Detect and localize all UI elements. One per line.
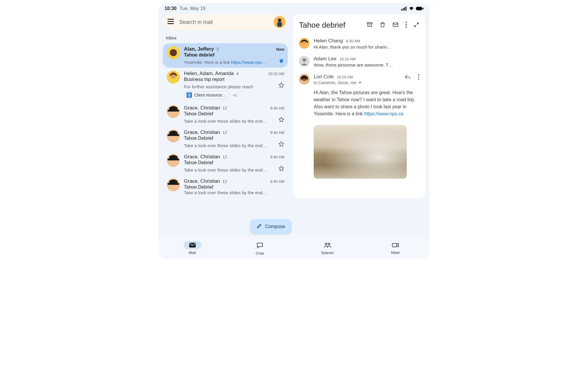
expand-icon[interactable]	[413, 22, 419, 29]
thread-subject: Tahoe Debrief	[184, 185, 284, 190]
chevron-down-icon[interactable]	[358, 80, 362, 85]
thread-item[interactable]: Grace, Christian 12 9:40 AM Tahoe Debrie…	[163, 102, 288, 127]
star-icon[interactable]	[278, 82, 284, 89]
nav-label: Meet	[391, 250, 400, 255]
sender-avatar	[167, 129, 180, 142]
thread-item[interactable]: Grace, Christian 12 9:40 AM Tahoe Debrie…	[163, 175, 288, 198]
sender-avatar	[167, 71, 180, 84]
thread-snippet: For further assistance please reach	[184, 84, 277, 89]
account-avatar[interactable]	[274, 16, 285, 28]
reply-icon[interactable]	[404, 74, 411, 82]
message-expanded: Lori Cole 10:20 AM to Cameron, Jesse, me	[299, 74, 419, 179]
compose-label: Compose	[265, 224, 285, 229]
nav-chat[interactable]: Chat	[251, 241, 269, 255]
svg-rect-7	[167, 21, 174, 22]
mail-icon	[184, 241, 201, 249]
star-icon[interactable]	[278, 117, 284, 124]
body-link[interactable]: https://www.nps.ca	[364, 111, 403, 116]
svg-rect-6	[167, 19, 174, 20]
svg-rect-8	[167, 23, 174, 24]
thread-snippet: Take a look over these slides by the end…	[184, 143, 277, 148]
more-icon[interactable]	[405, 21, 407, 29]
svg-rect-2	[404, 7, 405, 11]
thread-time: Now	[276, 47, 284, 52]
menu-icon[interactable]	[167, 19, 174, 25]
thread-time: 9:40 AM	[270, 179, 284, 184]
mail-list-pane: Search in mail Inbox Alan, Jeffery 3 Now	[163, 14, 288, 198]
message-snippet: Wow, these picturese are awesome. T…	[314, 62, 419, 67]
archive-icon[interactable]	[366, 21, 373, 29]
chat-icon	[251, 241, 269, 250]
more-icon[interactable]	[418, 74, 419, 81]
svg-rect-4	[416, 7, 422, 10]
sender-avatar	[167, 105, 180, 118]
thread-snippet: Take a look over these slides by the end…	[184, 190, 284, 195]
spaces-icon	[318, 241, 337, 249]
doc-icon	[187, 92, 192, 98]
thread-item[interactable]: Grace, Christian 12 9:40 AM Tahoe Debrie…	[163, 127, 288, 151]
delete-icon[interactable]	[379, 21, 386, 29]
thread-item[interactable]: Helen, Adam, Amanda 4 10:32 AM Business …	[163, 68, 288, 102]
message-time: 9:30 AM	[346, 39, 360, 43]
star-icon[interactable]	[278, 58, 284, 65]
chip-label: Client resource…	[194, 93, 226, 97]
svg-rect-11	[277, 22, 282, 27]
thread-count: 12	[222, 106, 227, 110]
thread-snippet: Yosemite. Here is a link https://www.nps…	[184, 60, 277, 65]
svg-rect-3	[406, 6, 406, 11]
attachment-more[interactable]: +1	[233, 93, 237, 97]
nav-label: Chat	[256, 251, 264, 255]
thread-time: 10:32 AM	[268, 72, 284, 76]
message-collapsed[interactable]: Adam Lee 10:10 AM Wow, these picturese a…	[299, 56, 419, 67]
thread-senders: Grace, Christian	[184, 129, 220, 135]
thread-snippet: Take a look over these slides by the end…	[184, 167, 277, 172]
svg-rect-1	[403, 8, 403, 11]
svg-point-27	[418, 79, 419, 80]
compose-button[interactable]: Compose	[250, 219, 292, 234]
thread-count: 12	[222, 179, 227, 184]
nav-meet[interactable]: Meet	[386, 241, 405, 255]
star-icon[interactable]	[278, 165, 284, 172]
inbox-label: Inbox	[163, 30, 288, 43]
message-sender: Adam Lee	[314, 56, 337, 62]
status-bar: 10:30 Tue, May 19	[159, 3, 429, 14]
star-icon[interactable]	[278, 141, 284, 148]
svg-point-25	[418, 74, 419, 76]
thread-subject: Tahoe debrief	[184, 52, 284, 58]
message-collapsed[interactable]: Helen Chang 9:30 AM Hi Alan, thank you s…	[299, 38, 419, 49]
thread-senders: Grace, Christian	[184, 178, 220, 184]
sender-avatar	[299, 56, 310, 67]
search-bar[interactable]: Search in mail	[163, 14, 288, 30]
thread-count: 12	[222, 155, 227, 159]
pencil-icon	[256, 223, 262, 230]
svg-point-29	[325, 243, 327, 245]
sender-avatar	[167, 178, 180, 191]
svg-rect-5	[423, 8, 423, 9]
message-sender: Helen Chang	[314, 38, 343, 44]
thread-senders: Alan, Jeffery	[184, 46, 214, 52]
attachment-image[interactable]	[314, 125, 407, 179]
thread-item[interactable]: Grace, Christian 12 9:40 AM Tahoe Debrie…	[163, 151, 288, 175]
status-time: 10:30	[165, 6, 177, 11]
thread-time: 9:40 AM	[270, 130, 284, 135]
message-snippet: Hi Alan, thank you so much for sharin…	[314, 44, 419, 49]
thread-count: 4	[236, 71, 239, 76]
message-recipients[interactable]: to Cameron, Jesse, me	[314, 80, 362, 85]
nav-label: Mail	[189, 250, 196, 255]
nav-label: Spaces	[321, 250, 334, 255]
svg-point-22	[303, 58, 306, 62]
meet-icon	[386, 241, 405, 249]
thread-subject: Tahoe Debrief	[184, 160, 284, 165]
thread-title: Tahoe debrief	[299, 21, 346, 30]
thread-item[interactable]: Alan, Jeffery 3 Now Tahoe debrief Yosemi…	[163, 43, 288, 68]
message-sender: Lori Cole	[314, 74, 334, 80]
thread-senders: Grace, Christian	[184, 105, 220, 111]
status-date: Tue, May 19	[180, 6, 205, 11]
nav-spaces[interactable]: Spaces	[318, 241, 337, 255]
attachment-chip[interactable]: Client resource…	[184, 91, 230, 99]
mark-unread-icon[interactable]	[392, 21, 399, 29]
snippet-link[interactable]: https://www.nps…	[231, 60, 266, 65]
message-time: 10:10 AM	[340, 57, 356, 61]
nav-mail[interactable]: Mail	[184, 241, 201, 255]
message-pane: Tahoe debrief	[293, 14, 425, 198]
